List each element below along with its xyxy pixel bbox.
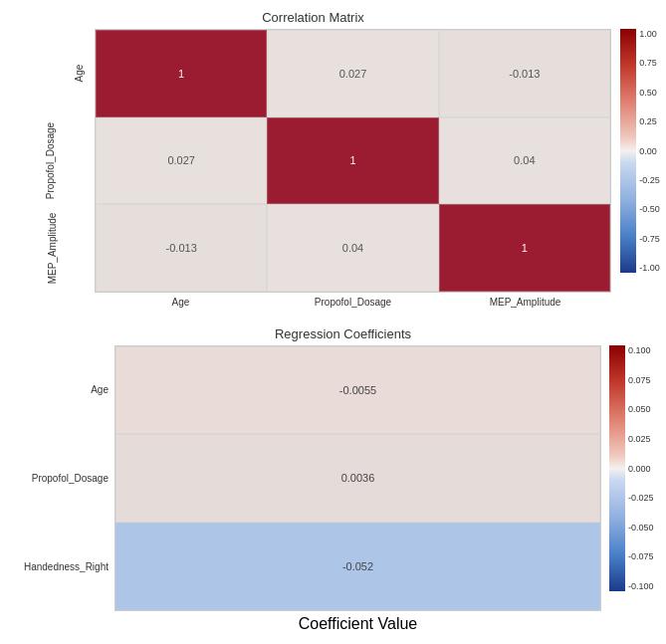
corr-colorbar-tick: 0.25 [639, 116, 660, 126]
correlation-section: Correlation Matrix AgePropofol_DosageMEP… [5, 10, 661, 319]
corr-colorbar-tick: 0.00 [639, 146, 660, 156]
reg-colorbar-tick: -0.050 [628, 523, 654, 533]
reg-y-label: Handedness_Right [24, 561, 109, 572]
corr-cell: 0.04 [267, 204, 438, 292]
corr-grid: 10.027-0.0130.02710.04-0.0130.041 [95, 29, 611, 293]
reg-colorbar-ticks: 0.1000.0750.0500.0250.000-0.025-0.050-0.… [625, 345, 654, 591]
corr-colorbar-tick: 0.75 [639, 58, 660, 68]
corr-y-label: Propofol_Dosage [45, 122, 56, 199]
reg-y-label: Propofol_Dosage [32, 473, 109, 484]
reg-cell: 0.0036 [115, 434, 600, 522]
reg-colorbar-tick: 0.000 [628, 464, 654, 474]
corr-colorbar: 1.000.750.500.250.00-0.25-0.50-0.75-1.00 [611, 29, 661, 313]
reg-colorbar-tick: 0.075 [628, 375, 654, 385]
regression-section: Regression Coefficients AgePropofol_Dosa… [5, 326, 661, 634]
chart-container: Correlation Matrix AgePropofol_DosageMEP… [0, 0, 666, 644]
reg-title: Regression Coefficients [105, 326, 581, 341]
corr-grid-area: 10.027-0.0130.02710.04-0.0130.041 AgePro… [95, 29, 611, 313]
corr-cell: 1 [96, 30, 267, 117]
corr-colorbar-tick: -0.25 [639, 175, 660, 185]
reg-colorbar-tick: 0.050 [628, 404, 654, 414]
reg-y-labels: AgePropofol_DosageHandedness_Right [5, 345, 114, 631]
corr-cell: 0.04 [439, 117, 610, 205]
reg-colorbar-tick: 0.025 [628, 434, 654, 444]
corr-y-label: MEP_Amplitude [48, 213, 59, 285]
reg-x-label: Coefficient Value [299, 615, 417, 631]
corr-x-labels: AgePropofol_DosageMEP_Amplitude [95, 293, 611, 313]
reg-x-labels: Coefficient Value [114, 611, 601, 631]
corr-cell: 0.027 [267, 30, 438, 117]
corr-colorbar-tick: 0.50 [639, 88, 660, 98]
reg-y-label: Age [91, 384, 109, 395]
corr-colorbar-gradient [620, 29, 636, 273]
reg-colorbar-tick: -0.100 [628, 581, 654, 591]
reg-colorbar-tick: -0.075 [628, 551, 654, 561]
reg-cell: -0.0055 [115, 346, 600, 434]
reg-colorbar-tick: -0.025 [628, 493, 654, 503]
corr-x-label: Propofol_Dosage [267, 297, 439, 313]
corr-cell: 1 [439, 204, 610, 292]
reg-grid-area: -0.00550.0036-0.052 Coefficient Value [114, 345, 601, 631]
corr-colorbar-tick: -1.00 [639, 263, 660, 273]
corr-colorbar-tick: -0.75 [639, 234, 660, 244]
corr-cell: -0.013 [439, 30, 610, 117]
corr-cell: -0.013 [96, 204, 267, 292]
reg-colorbar: 0.1000.0750.0500.0250.000-0.025-0.050-0.… [601, 345, 661, 631]
reg-cell: -0.052 [115, 523, 600, 610]
corr-x-label: MEP_Amplitude [439, 297, 611, 313]
corr-title: Correlation Matrix [65, 10, 561, 25]
corr-x-label: Age [95, 297, 267, 313]
corr-cell: 0.027 [96, 117, 267, 205]
corr-colorbar-tick: -0.50 [639, 204, 660, 214]
corr-colorbar-tick: 1.00 [639, 29, 660, 39]
corr-y-label: Age [75, 64, 86, 82]
corr-colorbar-ticks: 1.000.750.500.250.00-0.25-0.50-0.75-1.00 [636, 29, 660, 273]
reg-grid: -0.00550.0036-0.052 [114, 345, 601, 611]
corr-cell: 1 [267, 117, 438, 205]
corr-y-labels: AgePropofol_DosageMEP_Amplitude [5, 29, 95, 313]
reg-colorbar-tick: 0.100 [628, 345, 654, 355]
reg-colorbar-gradient [609, 345, 625, 591]
